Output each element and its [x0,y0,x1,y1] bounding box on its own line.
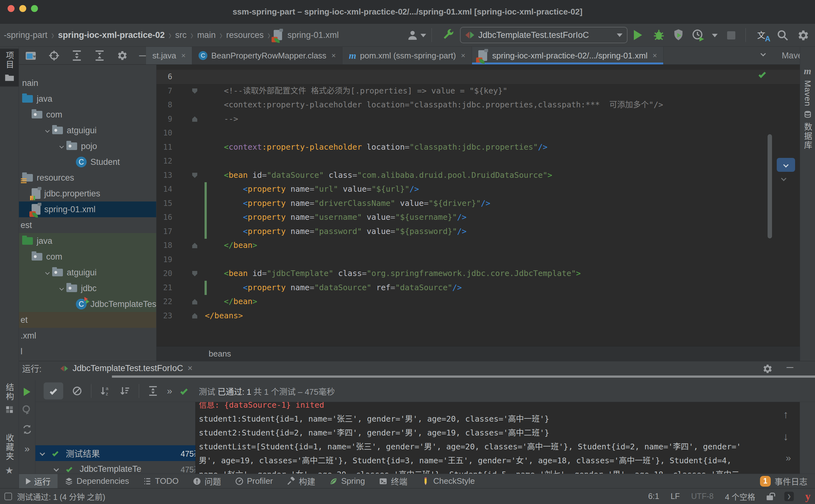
tool-window-button-run[interactable]: 运行 [19,474,57,488]
sort-by-duration-icon[interactable] [119,385,130,397]
toggle-auto-test-icon[interactable] [21,424,33,435]
user-dropdown-icon[interactable] [420,34,426,37]
sort-alphabetically-icon[interactable]: az [100,385,111,397]
tool-window-button-terminal[interactable]: 终端 [372,474,414,488]
code-editor[interactable]: 67 <!--读取外部配置文件 格式必须为[.properties] => va… [156,65,800,361]
chevron-down-icon[interactable] [54,466,59,472]
show-passed-toggle[interactable] [44,382,63,399]
locate-file-icon[interactable] [48,50,60,62]
breadcrumb-item[interactable]: resources [226,30,264,40]
tool-window-button-checkstyle[interactable]: CheckStyle [414,474,482,488]
breadcrumb-item[interactable]: -spring-part [4,30,47,40]
collapse-all-icon[interactable] [71,50,83,62]
fold-marker-icon[interactable] [192,313,197,319]
test-tree-row[interactable]: 测试结果475毫秒 [35,445,214,461]
hide-panel-icon[interactable]: ─ [139,50,146,61]
fold-marker-icon[interactable] [192,299,197,304]
fold-marker-icon[interactable] [192,243,197,248]
tool-window-button-problems[interactable]: 问题 [185,474,228,488]
breadcrumb-item[interactable]: main [197,30,216,40]
project-tree-row[interactable]: est [19,217,156,233]
close-icon[interactable]: × [331,51,336,60]
translate-icon[interactable]: 文A [757,29,770,42]
user-icon[interactable] [406,29,419,41]
youdao-dict-icon[interactable]: y [805,490,811,502]
run-tab[interactable]: JdbcTemplateTest.testForIoC × [60,363,192,373]
run-console[interactable]: ↑ ↓ » 信息: {dataSource-1} initedstudent1:… [195,402,800,474]
project-tree-row[interactable]: java [19,233,156,249]
tab-list-chevron-icon[interactable] [761,51,765,57]
chevron-down-icon[interactable] [45,270,50,275]
expand-collapse-icon[interactable] [147,385,159,397]
fold-marker-icon[interactable] [192,88,197,94]
close-icon[interactable]: × [181,51,185,60]
tool-window-button-profiler[interactable]: Profiler [228,474,280,488]
editor-breadcrumb-bar[interactable]: beans [156,346,800,361]
scroll-up-icon[interactable]: ↑ [783,408,788,421]
project-tree-row[interactable]: et [19,312,156,328]
project-tree-row[interactable]: jdbc.properties [19,186,156,201]
chevron-down-icon[interactable] [40,451,45,456]
hide-run-panel-icon[interactable]: ─ [787,362,793,373]
settings-gear-icon[interactable] [797,29,810,42]
breadcrumb-item[interactable]: spring-ioc-xml-practice-02 [58,30,165,40]
debug-button[interactable] [652,28,666,42]
project-tree-row[interactable]: spring-01.xml [19,201,156,217]
project-tree-row[interactable]: com [19,107,156,123]
tool-button-favorites[interactable]: 收藏夹 ★ [0,434,19,476]
console-more-icon[interactable]: » [786,453,791,463]
project-tree-row[interactable]: CStudent [19,154,156,170]
expand-all-icon[interactable] [93,50,106,62]
scroll-down-icon[interactable]: ↓ [783,430,788,443]
minimize-window-button[interactable] [19,5,26,12]
chevron-down-icon[interactable] [59,144,64,148]
project-tree-row[interactable]: atguigui [19,265,156,280]
profiler-button[interactable] [691,28,705,42]
tool-window-button-todo[interactable]: TODO [136,474,185,488]
close-icon[interactable]: × [461,51,465,60]
readonly-lock-icon[interactable] [767,495,773,500]
editor-breadcrumb-item[interactable]: beans [209,349,231,359]
run-configuration-select[interactable]: JdbcTemplateTest.testForIoC [460,27,628,43]
close-icon[interactable]: × [187,363,192,373]
breadcrumb-item[interactable]: spring-01.xml [287,30,339,40]
chevron-down-icon[interactable] [45,128,50,133]
test-results-tree[interactable]: 测试结果475毫秒JdbcTemplateTe475毫秒testForIoC()… [35,402,214,474]
project-tree-row[interactable]: pojo [19,138,156,154]
project-tree-row[interactable]: nain [19,75,156,91]
project-tree-row[interactable]: atguigui [19,123,156,138]
editor-scrollbar[interactable] [768,134,772,238]
status-message[interactable]: 测试通过: 1 (4 分钟 之前) [17,491,105,502]
editor-more-float-icon[interactable] [782,176,786,182]
test-tree-row[interactable]: JdbcTemplateTe475毫秒 [35,461,214,474]
project-tree-row[interactable]: resources [19,170,156,186]
tool-button-maven[interactable]: m Maven [800,66,815,106]
stop-button[interactable] [727,31,735,39]
more-actions-icon[interactable]: » [167,386,172,396]
tool-window-button-spring[interactable]: Spring [322,474,372,488]
profiler-dropdown-icon[interactable] [712,34,718,37]
project-tree-row[interactable]: com [19,249,156,265]
run-panel-settings-gear-icon[interactable] [762,363,773,375]
editor-tab[interactable]: CBeanPropertyRowMapper.class× [192,47,342,64]
project-tree-row[interactable]: java [19,91,156,107]
project-tree-row[interactable]: CJdbcTemplateTes [19,296,156,312]
editor-hide-float-button[interactable] [777,158,795,172]
maximize-window-button[interactable] [31,5,38,12]
encoding-widget[interactable]: UTF-8 [691,492,714,501]
search-icon[interactable] [776,29,789,42]
project-settings-gear-icon[interactable] [116,50,128,62]
screen-reader-icon[interactable]: ❯ [784,492,794,501]
show-ignored-toggle[interactable] [71,385,83,397]
tool-button-project[interactable]: 项目 [0,49,19,87]
editor-tab[interactable]: spring-ioc-xml-practice-02/.../spring-01… [472,47,664,64]
project-tree-row[interactable]: jdbc [19,280,156,296]
line-separator-widget[interactable]: LF [671,492,680,501]
tool-button-structure[interactable]: 结构 [0,383,19,414]
inspection-ok-icon[interactable] [759,72,766,77]
close-window-button[interactable] [8,5,15,12]
fold-marker-icon[interactable] [192,173,197,178]
rerun-failed-tests-icon[interactable] [21,404,33,416]
breadcrumb-item[interactable]: src [175,30,186,40]
project-tree-panel[interactable]: nainjavacomatguiguipojoCStudentresources… [19,65,156,361]
